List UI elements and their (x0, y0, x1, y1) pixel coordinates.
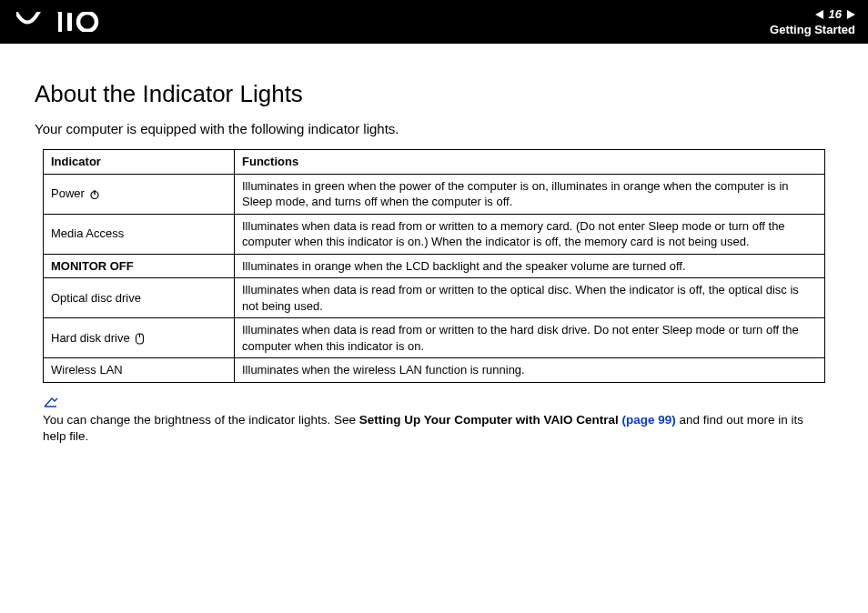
header-right: 16 Getting Started (770, 7, 855, 36)
th-functions: Functions (235, 150, 825, 175)
indicator-cell: Hard disk drive (44, 318, 235, 358)
table-row: Wireless LANIlluminates when the wireles… (44, 358, 825, 383)
indicator-cell: Optical disc drive (44, 278, 235, 318)
indicator-cell: Power (44, 174, 235, 214)
disk-icon (135, 333, 145, 345)
indicator-cell: Media Access (44, 214, 235, 254)
functions-cell: Illuminates when the wireless LAN functi… (235, 358, 825, 383)
table-row: Optical disc driveIlluminates when data … (44, 278, 825, 318)
page-title: About the Indicator Lights (35, 80, 833, 108)
functions-cell: Illuminates when data is read from or wr… (235, 278, 825, 318)
indicator-cell: MONITOR OFF (44, 254, 235, 278)
page-content: About the Indicator Lights Your computer… (0, 44, 868, 445)
note-link[interactable]: (page 99) (622, 413, 676, 427)
table-row: Power Illuminates in green when the powe… (44, 174, 825, 214)
prev-page-icon[interactable] (815, 10, 823, 19)
intro-text: Your computer is equipped with the follo… (35, 121, 833, 136)
note-pre: You can change the brightness of the ind… (43, 413, 359, 427)
vaio-logo (16, 12, 104, 32)
functions-cell: Illuminates when data is read from or wr… (235, 318, 825, 358)
section-title: Getting Started (770, 23, 855, 36)
note: You can change the brightness of the ind… (43, 392, 825, 445)
note-icon (43, 394, 59, 414)
indicator-cell: Wireless LAN (44, 358, 235, 383)
functions-cell: Illuminates in green when the power of t… (235, 174, 825, 214)
th-indicator: Indicator (44, 150, 235, 175)
page-nav: 16 (815, 7, 855, 21)
svg-rect-0 (67, 13, 72, 31)
note-strong: Setting Up Your Computer with VAIO Centr… (359, 413, 622, 427)
functions-cell: Illuminates in orange when the LCD backl… (235, 254, 825, 278)
table-row: Hard disk drive Illuminates when data is… (44, 318, 825, 358)
next-page-icon[interactable] (847, 10, 855, 19)
page-number: 16 (829, 7, 842, 21)
power-icon (89, 189, 100, 200)
svg-point-1 (78, 13, 96, 31)
indicator-table: Indicator Functions Power Illuminates in… (43, 149, 825, 383)
page-header: 16 Getting Started (0, 0, 868, 44)
table-row: MONITOR OFFIlluminates in orange when th… (44, 254, 825, 278)
functions-cell: Illuminates when data is read from or wr… (235, 214, 825, 254)
table-row: Media AccessIlluminates when data is rea… (44, 214, 825, 254)
